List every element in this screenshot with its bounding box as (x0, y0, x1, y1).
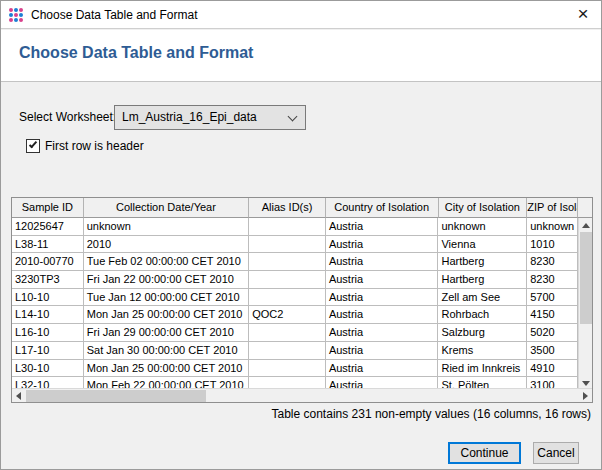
heading-panel: Choose Data Table and Format (1, 30, 601, 82)
table-cell: Fri Jan 29 00:00:00 CET 2010 (84, 324, 249, 342)
table-cell: Hartberg (438, 253, 527, 271)
checkmark-icon (29, 140, 37, 149)
app-icon-dot (19, 8, 23, 12)
column-header[interactable]: Alias ID(s) (249, 198, 326, 218)
table-cell: 5020 (527, 324, 578, 342)
table-cell: QOC2 (249, 306, 326, 324)
column-header[interactable]: Collection Date/Year (84, 198, 249, 218)
table-cell: L30-10 (12, 360, 84, 378)
table-cell: Austria (326, 236, 439, 254)
column-header[interactable]: City of Isolation (439, 198, 528, 218)
window-title: Choose Data Table and Format (31, 1, 198, 29)
app-icon-dot (14, 18, 18, 22)
status-text: Table contains 231 non-empty values (16 … (272, 407, 592, 421)
table-cell: Rohrbach (438, 306, 527, 324)
table-cell: 2010-00770 (12, 253, 84, 271)
scroll-down-icon (582, 381, 590, 386)
table-cell: 4910 (527, 360, 578, 378)
column-header[interactable]: Country of Isolation (326, 198, 439, 218)
worksheet-select[interactable]: Lm_Austria_16_Epi_data (114, 105, 306, 130)
app-icon-dot (19, 13, 23, 17)
table-cell: Austria (326, 218, 439, 236)
table-row[interactable]: 12025647unknownAustriaunknownunknown (12, 218, 578, 236)
table-cell: L14-10 (12, 306, 84, 324)
dialog-window: Choose Data Table and Format × Choose Da… (0, 0, 602, 470)
worksheet-selected-value: Lm_Austria_16_Epi_data (122, 106, 257, 129)
table-cell: Austria (326, 271, 439, 289)
table-cell: Mon Jan 25 00:00:00 CET 2010 (84, 306, 249, 324)
table-cell: L38-11 (12, 236, 84, 254)
table-cell: 12025647 (12, 218, 84, 236)
app-icon-dot (9, 13, 13, 17)
column-header[interactable]: ZIP of Isolation (527, 198, 578, 218)
table-cell: Austria (326, 324, 439, 342)
scroll-left-icon (16, 392, 21, 400)
app-icon (9, 8, 23, 22)
table-cell: 3500 (527, 342, 578, 360)
table-row[interactable]: 2010-00770Tue Feb 02 00:00:00 CET 2010Au… (12, 253, 578, 271)
table-cell: Austria (326, 360, 439, 378)
table-cell (249, 289, 326, 307)
table-cell (249, 324, 326, 342)
table-row[interactable]: L17-10Sat Jan 30 00:00:00 CET 2010Austri… (12, 342, 578, 360)
table-cell: Hartberg (438, 271, 527, 289)
table-cell: 4150 (527, 306, 578, 324)
table-cell: Krems (438, 342, 527, 360)
app-icon-dot (14, 13, 18, 17)
vertical-scroll-thumb[interactable] (580, 232, 592, 324)
table-cell (249, 218, 326, 236)
table-row[interactable]: L10-10Tue Jan 12 00:00:00 CET 2010Austri… (12, 289, 578, 307)
horizontal-scrollbar[interactable] (12, 388, 592, 402)
table-cell (249, 360, 326, 378)
table-cell: Salzburg (438, 324, 527, 342)
vertical-scrollbar[interactable] (578, 218, 592, 390)
app-icon-dot (19, 18, 23, 22)
scroll-left-button[interactable] (12, 389, 26, 403)
worksheet-label: Select Worksheet: (19, 105, 116, 130)
table-row[interactable]: L16-10Fri Jan 29 00:00:00 CET 2010Austri… (12, 324, 578, 342)
table-cell: Fri Jan 22 00:00:00 CET 2010 (84, 271, 249, 289)
scroll-right-button[interactable] (578, 389, 592, 403)
cancel-button[interactable]: Cancel (533, 442, 579, 464)
table-cell: Austria (326, 253, 439, 271)
table-cell: Mon Jan 25 00:00:00 CET 2010 (84, 360, 249, 378)
app-icon-dot (14, 8, 18, 12)
page-title: Choose Data Table and Format (19, 44, 253, 62)
column-header[interactable]: Sample ID (12, 198, 84, 218)
checkbox-box (26, 139, 40, 153)
scroll-up-icon (582, 223, 590, 228)
continue-button[interactable]: Continue (448, 442, 521, 464)
checkbox-label: First row is header (45, 139, 144, 154)
header-corner (578, 198, 592, 218)
scroll-up-button[interactable] (579, 218, 593, 232)
table-cell: L16-10 (12, 324, 84, 342)
app-icon-dot (9, 18, 13, 22)
table-cell: L17-10 (12, 342, 84, 360)
table-cell (249, 236, 326, 254)
table-cell: 5700 (527, 289, 578, 307)
app-icon-dot (9, 8, 13, 12)
table-cell: Vienna (438, 236, 527, 254)
table-row[interactable]: L14-10Mon Jan 25 00:00:00 CET 2010QOC2Au… (12, 306, 578, 324)
table-cell: Austria (326, 289, 439, 307)
table-cell: Tue Feb 02 00:00:00 CET 2010 (84, 253, 249, 271)
table-header-row: Sample IDCollection Date/YearAlias ID(s)… (12, 198, 592, 218)
table-cell: L10-10 (12, 289, 84, 307)
table-body: 12025647unknownAustriaunknownunknownL38-… (12, 218, 578, 390)
table-cell: 2010 (84, 236, 249, 254)
data-table: Sample IDCollection Date/YearAlias ID(s)… (11, 197, 593, 403)
table-row[interactable]: 3230TP3Fri Jan 22 00:00:00 CET 2010Austr… (12, 271, 578, 289)
table-cell: Ried im Innkreis (438, 360, 527, 378)
title-bar: Choose Data Table and Format × (1, 1, 601, 29)
table-row[interactable]: L30-10Mon Jan 25 00:00:00 CET 2010Austri… (12, 360, 578, 378)
table-cell: 8230 (527, 253, 578, 271)
table-cell: Austria (326, 306, 439, 324)
scroll-right-icon (583, 392, 588, 400)
table-cell (249, 253, 326, 271)
table-cell (249, 271, 326, 289)
table-cell: 1010 (527, 236, 578, 254)
horizontal-scroll-thumb[interactable] (26, 390, 206, 402)
table-cell: unknown (438, 218, 527, 236)
table-row[interactable]: L38-112010AustriaVienna1010 (12, 236, 578, 254)
close-button[interactable]: × (567, 1, 599, 29)
